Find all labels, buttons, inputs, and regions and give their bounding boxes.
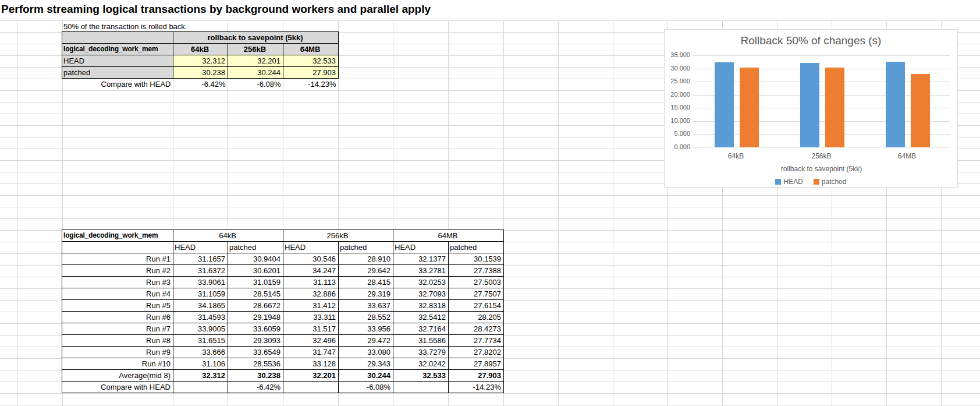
table-cell[interactable]: 32.7164 (393, 323, 449, 335)
table-cell[interactable]: -6.42% (228, 382, 283, 393)
row-label[interactable]: patched (62, 67, 173, 79)
row-label[interactable]: Run #6 (62, 312, 173, 323)
column-header-cell[interactable]: 256kB (228, 44, 283, 55)
table-cell[interactable]: 32.496 (283, 335, 339, 347)
table-cell[interactable] (173, 382, 228, 393)
table-cell[interactable]: 32.533 (393, 370, 449, 382)
table-cell[interactable]: 27.903 (449, 370, 504, 382)
table-cell[interactable]: 32.1377 (393, 253, 449, 265)
sub-header-cell[interactable]: HEAD (173, 242, 228, 253)
table-cell[interactable]: 27.8957 (449, 358, 504, 370)
table-cell[interactable]: 33.9061 (173, 277, 228, 288)
table-cell[interactable]: 28.552 (339, 312, 393, 323)
table-cell[interactable]: 33.080 (339, 347, 393, 358)
table-cell[interactable]: -6.08% (339, 382, 393, 393)
table-cell[interactable]: 32.886 (283, 288, 339, 300)
sub-header-cell[interactable]: patched (228, 242, 283, 253)
table-cell[interactable]: 31.1059 (173, 288, 228, 300)
table-cell[interactable]: 28.5536 (228, 358, 283, 370)
table-cell[interactable]: 33.128 (283, 358, 339, 370)
table-cell[interactable]: -6.08% (228, 79, 283, 90)
row-label[interactable]: Run #10 (62, 358, 173, 370)
table-cell[interactable]: 29.3093 (228, 335, 283, 347)
table-cell[interactable]: 29.319 (339, 288, 393, 300)
table-cell[interactable]: 31.6372 (173, 265, 228, 277)
chart-bar-patched[interactable] (825, 68, 844, 147)
table-cell[interactable]: 27.8202 (449, 347, 504, 358)
row-label[interactable]: Average(mid 8) (62, 370, 173, 382)
table-cell[interactable]: 32.0253 (393, 277, 449, 288)
table-cell[interactable]: 28.5145 (228, 288, 283, 300)
table-cell[interactable]: 27.7388 (449, 265, 504, 277)
sub-header-cell[interactable]: patched (339, 242, 393, 253)
span-header-cell[interactable]: rollback to savepoint (5kk) (173, 32, 339, 44)
table-cell[interactable]: 28.910 (339, 253, 393, 265)
chart-bar-HEAD[interactable] (800, 63, 819, 147)
table-cell[interactable] (393, 382, 449, 393)
table-cell[interactable]: 32.312 (173, 370, 228, 382)
page-title[interactable]: Perform streaming logical transactions b… (1, 3, 434, 16)
table-cell[interactable]: 33.2781 (393, 265, 449, 277)
table-cell[interactable]: 31.517 (283, 323, 339, 335)
row-label[interactable]: Run #7 (62, 323, 173, 335)
table-cell[interactable]: 29.343 (339, 358, 393, 370)
table-cell[interactable]: 30.244 (228, 67, 283, 79)
table-cell[interactable]: -14.23% (283, 79, 339, 90)
table-cell[interactable]: 30.244 (339, 370, 393, 382)
row-label[interactable]: Run #1 (62, 253, 173, 265)
table-cell[interactable]: 30.9404 (228, 253, 283, 265)
table-cell[interactable]: 27.7507 (449, 288, 504, 300)
table-cell[interactable]: 32.7093 (393, 288, 449, 300)
table-cell[interactable]: 32.0242 (393, 358, 449, 370)
table-cell[interactable]: 33.311 (283, 312, 339, 323)
table-cell[interactable]: 33.9005 (173, 323, 228, 335)
table-cell[interactable]: 28.205 (449, 312, 504, 323)
table-cell[interactable]: 32.201 (283, 370, 339, 382)
table-cell[interactable]: 31.412 (283, 300, 339, 312)
table-cell[interactable]: 32.8318 (393, 300, 449, 312)
sub-header-cell[interactable]: HEAD (393, 242, 449, 253)
column-header-cell[interactable]: 64kB (173, 44, 228, 55)
table-cell[interactable]: 34.1865 (173, 300, 228, 312)
bar-chart[interactable]: Rollback 50% of changes (s) 0.0005.00010… (664, 29, 958, 188)
table-cell[interactable] (283, 382, 339, 393)
table-cell[interactable]: 29.642 (339, 265, 393, 277)
table-cell[interactable]: 31.5586 (393, 335, 449, 347)
sub-header-cell[interactable]: patched (449, 242, 504, 253)
table-cell[interactable]: 27.903 (283, 67, 339, 79)
table-cell[interactable]: 32.312 (173, 55, 228, 67)
table-cell[interactable]: 28.4273 (449, 323, 504, 335)
row-header-cell[interactable]: logical_decoding_work_mem (62, 230, 173, 242)
table-cell[interactable]: 33.666 (173, 347, 228, 358)
table-cell[interactable]: 30.546 (283, 253, 339, 265)
row-label[interactable]: Run #8 (62, 335, 173, 347)
table-cell[interactable] (62, 242, 173, 253)
chart-bar-HEAD[interactable] (715, 62, 734, 147)
table-cell[interactable]: 34.247 (283, 265, 339, 277)
row-label[interactable]: Run #9 (62, 347, 173, 358)
table-cell[interactable]: 27.5003 (449, 277, 504, 288)
table-cell[interactable]: 31.1657 (173, 253, 228, 265)
table-cell[interactable]: 32.201 (228, 55, 283, 67)
table-cell[interactable]: 32.5412 (393, 312, 449, 323)
group-header-cell[interactable]: 64kB (173, 230, 283, 242)
table-cell[interactable]: 31.4593 (173, 312, 228, 323)
table-cell[interactable]: 31.113 (283, 277, 339, 288)
sub-header-cell[interactable]: HEAD (283, 242, 339, 253)
group-header-cell[interactable]: 256kB (283, 230, 393, 242)
table-cell[interactable]: 29.1948 (228, 312, 283, 323)
table-cell[interactable] (62, 32, 173, 44)
group-header-cell[interactable]: 64MB (393, 230, 504, 242)
table-cell[interactable]: 33.6549 (228, 347, 283, 358)
table-cell[interactable]: 30.1539 (449, 253, 504, 265)
table-cell[interactable]: 31.106 (173, 358, 228, 370)
row-label[interactable]: HEAD (62, 55, 173, 67)
table-cell[interactable]: 27.6154 (449, 300, 504, 312)
table-cell[interactable]: 31.747 (283, 347, 339, 358)
table-cell[interactable]: 30.238 (173, 67, 228, 79)
table-cell[interactable]: 33.6059 (228, 323, 283, 335)
table-cell[interactable]: 33.637 (339, 300, 393, 312)
row-label[interactable]: Run #2 (62, 265, 173, 277)
column-header-cell[interactable]: 64MB (283, 44, 339, 55)
row-header-cell[interactable]: logical_decoding_work_mem (62, 44, 173, 55)
